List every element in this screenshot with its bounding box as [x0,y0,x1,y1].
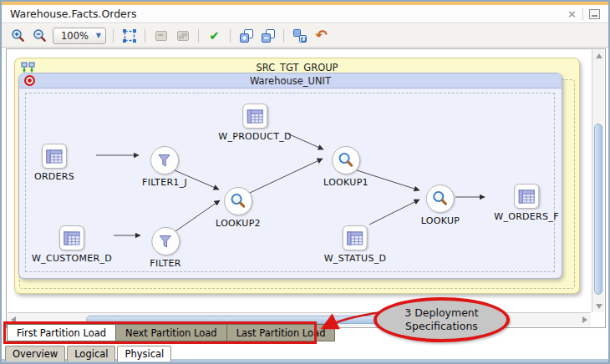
titlebar: Warehouse.Facts.Orders × [2,5,608,23]
collapse-view-icon [154,28,169,43]
node-w_orders_f[interactable]: W_ORDERS_F [494,184,559,222]
scroll-left-icon[interactable] [11,316,16,323]
toolbar-separator [145,29,145,43]
dock-icon[interactable] [589,9,600,19]
node-label: W_PRODUCT_D [218,131,292,142]
lookup-icon [426,185,455,213]
toolbar-separator [198,29,199,43]
node-label: W_STATUS_D [324,253,387,264]
annotation-line2: Specifications [405,320,478,333]
tab-logical[interactable]: Logical [67,346,115,361]
zoom-in-button[interactable] [9,27,27,44]
toolbar-separator [230,29,231,43]
table-icon [42,144,67,169]
expand-view-button-disabled[interactable] [174,27,191,44]
undo-button[interactable]: ↶ [313,27,330,44]
node-label: W_ORDERS_F [494,211,559,222]
node-lookup1[interactable]: LOOKUP1 [323,146,369,188]
node-lookup[interactable]: LOOKUP [421,185,460,226]
validate-check-icon: ✔ [209,28,220,43]
toolbar-separator [283,29,284,43]
node-label: LOOKUP1 [323,177,369,188]
node-label: ORDERS [34,171,74,182]
expand-all-icon [239,28,254,43]
filter-icon [151,227,180,255]
collapse-all-icon [261,28,276,43]
zoom-out-button[interactable] [31,27,48,44]
toolbar: 100% ▼ ✔ [2,24,608,48]
tab-next-partition-load[interactable]: Next Partition Load [116,324,227,341]
fit-selection-button[interactable] [120,27,138,44]
lookup-icon [224,187,252,215]
horizontal-scrollbar-thumb[interactable] [86,316,380,324]
filter-icon [150,146,179,174]
node-w_status_d[interactable]: W_STATUS_D [324,225,387,264]
table-icon [514,184,539,209]
vertical-scrollbar[interactable] [592,50,604,312]
expand-all-button[interactable] [237,27,255,44]
zoom-level-value: 100% [61,30,89,42]
collapse-view-button-disabled[interactable] [152,27,170,44]
node-filter[interactable]: FILTER [150,227,180,269]
scroll-up-icon[interactable] [596,53,602,58]
zoom-out-icon [33,28,48,43]
synchronize-icon [292,28,308,43]
close-icon[interactable]: × [567,8,577,19]
annotation-line1: 3 Deployment [404,306,478,320]
titlebar-separator [582,8,583,20]
undo-icon: ↶ [315,28,327,43]
validate-button[interactable]: ✔ [206,27,223,44]
vertical-scrollbar-thumb[interactable] [594,124,602,295]
group-src-tgt-title: SRC_TGT_GROUP [15,62,579,73]
view-tabs: OverviewLogicalPhysical [5,346,171,361]
table-icon [242,104,267,129]
expand-view-icon [175,28,191,43]
node-filter1_j[interactable]: FILTER1_J [142,146,187,188]
tab-first-partition-load[interactable]: First Partition Load [7,324,116,341]
toolbar-separator [113,29,114,43]
group-warehouse-unit-title: Warehouse_UNIT [19,75,562,87]
node-label: FILTER1_J [142,177,187,188]
group-warehouse-unit-header[interactable]: Warehouse_UNIT [19,73,562,88]
synchronize-button[interactable] [291,27,308,44]
zoom-level-select[interactable]: 100% ▼ [53,28,106,44]
node-label: W_CUSTOMER_D [32,253,112,264]
table-icon [59,225,84,250]
node-lookup2[interactable]: LOOKUP2 [216,187,261,229]
node-label: LOOKUP2 [216,218,261,229]
mapping-canvas[interactable]: SRC_TGT_GROUP Warehouse_UNIT [6,48,606,328]
window-title: Warehouse.Facts.Orders [10,8,136,20]
tab-overview[interactable]: Overview [5,346,65,361]
mapping-editor-window: Warehouse.Facts.Orders × 100% ▼ [0,0,610,364]
lookup-icon [332,146,360,174]
chevron-down-icon: ▼ [96,32,101,39]
scroll-down-icon[interactable] [596,304,602,309]
collapse-all-button[interactable] [259,27,277,44]
table-icon [343,225,368,250]
node-label: FILTER [150,258,180,269]
tab-physical[interactable]: Physical [117,346,171,361]
node-w_customer_d[interactable]: W_CUSTOMER_D [32,225,112,264]
annotation-ellipse: 3 Deployment Specifications [374,297,510,342]
scroll-right-icon[interactable] [582,316,587,323]
node-w_product_d[interactable]: W_PRODUCT_D [218,104,292,142]
partition-tabs: First Partition LoadNext Partition LoadL… [7,324,335,341]
zoom-in-icon [11,28,26,43]
node-label: LOOKUP [421,215,460,226]
node-orders[interactable]: ORDERS [34,144,74,182]
tab-last-partition-load[interactable]: Last Partition Load [227,324,336,341]
fit-selection-icon [122,28,137,43]
